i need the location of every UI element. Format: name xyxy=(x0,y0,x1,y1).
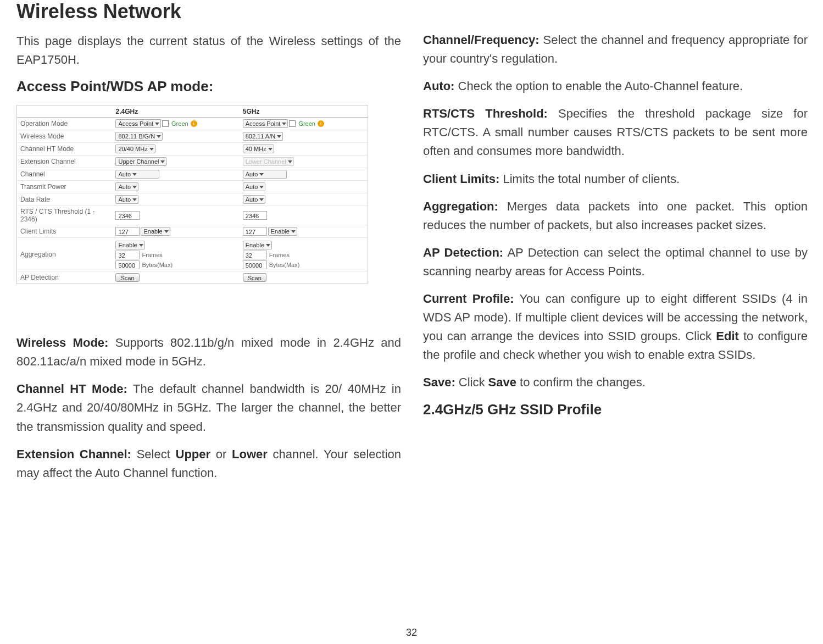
label-channel: Channel xyxy=(17,168,113,180)
select-tx-5[interactable]: Auto xyxy=(243,182,266,191)
chevron-down-icon xyxy=(132,173,137,176)
select-dr-5[interactable]: Auto xyxy=(243,195,266,204)
para-save: Save: Click Save to confirm the changes. xyxy=(423,373,808,392)
para-ap-detection: AP Detection: AP Detection can select th… xyxy=(423,243,808,281)
select-dr-24[interactable]: Auto xyxy=(115,195,138,204)
scan-button-24[interactable]: Scan xyxy=(115,273,139,282)
row-rts-threshold: RTS / CTS Threshold (1 - 2346) 2346 2346 xyxy=(17,206,368,225)
para-extension-channel: Extension Channel: Select Upper or Lower… xyxy=(16,445,401,482)
intro-text: This page displays the current status of… xyxy=(16,32,401,69)
input-rts-5[interactable]: 2346 xyxy=(243,211,267,220)
chevron-down-icon xyxy=(149,148,154,151)
label-tx-power: Transmit Power xyxy=(17,181,113,193)
select-cl-5[interactable]: Enable xyxy=(268,227,297,236)
select-op-mode-5[interactable]: Access Point xyxy=(243,119,288,128)
row-ap-detection: AP Detection Scan Scan xyxy=(17,271,368,284)
row-client-limits: Client Limits 127 Enable 127 Enable xyxy=(17,225,368,238)
select-ext-24[interactable]: Upper Channel xyxy=(115,157,166,166)
input-cl-5[interactable]: 127 xyxy=(243,227,267,236)
chevron-down-icon xyxy=(259,198,264,201)
select-agg-24[interactable]: Enable xyxy=(115,241,144,249)
chevron-down-icon xyxy=(266,244,270,247)
page-title: Wireless Network xyxy=(16,0,401,23)
para-auto: Auto: Check the option to enable the Aut… xyxy=(423,77,808,96)
para-channel-frequency: Channel/Frequency: Select the channel an… xyxy=(423,31,808,68)
label-bytes: Bytes(Max) xyxy=(269,262,300,268)
row-extension-channel: Extension Channel Upper Channel Lower Ch… xyxy=(17,156,368,168)
label-aggregation: Aggregation xyxy=(17,238,113,271)
row-operation-mode: Operation Mode Access Point Green i Acce… xyxy=(17,118,368,130)
para-rts-cts: RTS/CTS Threshold: Specifies the thresho… xyxy=(423,104,808,160)
label-green-5: Green xyxy=(298,120,315,127)
select-tx-24[interactable]: Auto xyxy=(115,182,138,191)
label-client-limits: Client Limits xyxy=(17,225,113,237)
select-wmode-24[interactable]: 802.11 B/G/N xyxy=(115,132,163,141)
chevron-down-icon xyxy=(259,173,264,176)
row-channel: Channel Auto Auto xyxy=(17,168,368,181)
chevron-down-icon xyxy=(132,198,137,201)
label-wireless-mode: Wireless Mode xyxy=(17,130,113,142)
label-ext-channel: Extension Channel xyxy=(17,156,113,168)
label-bytes: Bytes(Max) xyxy=(142,262,173,268)
label-operation-mode: Operation Mode xyxy=(17,118,113,130)
input-agg-bytes-5[interactable]: 50000 xyxy=(243,260,267,269)
label-rts: RTS / CTS Threshold (1 - 2346) xyxy=(17,206,113,225)
select-ext-5: Lower Channel xyxy=(243,157,294,166)
chevron-down-icon xyxy=(155,123,159,125)
select-wmode-5[interactable]: 802.11 A/N xyxy=(243,132,283,141)
label-green-24: Green xyxy=(171,120,188,127)
chevron-down-icon xyxy=(132,186,137,188)
chevron-down-icon xyxy=(160,160,165,163)
para-ht-mode: Channel HT Mode: The default channel ban… xyxy=(16,380,401,436)
row-data-rate: Data Rate Auto Auto xyxy=(17,193,368,206)
row-ht-mode: Channel HT Mode 20/40 MHz 40 MHz xyxy=(17,143,368,156)
input-agg-bytes-24[interactable]: 50000 xyxy=(115,260,140,269)
chevron-down-icon xyxy=(259,186,264,188)
info-icon[interactable]: i xyxy=(191,120,197,127)
row-tx-power: Transmit Power Auto Auto xyxy=(17,181,368,193)
col-header-5ghz: 5GHz xyxy=(241,106,368,117)
chevron-down-icon xyxy=(157,135,161,138)
input-agg-frames-24[interactable]: 32 xyxy=(115,251,140,259)
page-number: 32 xyxy=(406,627,417,639)
label-ht-mode: Channel HT Mode xyxy=(17,143,113,155)
para-client-limits: Client Limits: Limits the total number o… xyxy=(423,170,808,188)
section-heading-ap-mode: Access Point/WDS AP mode: xyxy=(16,78,401,95)
checkbox-green-5[interactable] xyxy=(289,120,296,127)
select-channel-5[interactable]: Auto xyxy=(243,170,287,179)
label-frames: Frames xyxy=(269,252,290,258)
select-channel-24[interactable]: Auto xyxy=(115,170,159,179)
select-ht-5[interactable]: 40 MHz xyxy=(243,145,274,153)
row-wireless-mode: Wireless Mode 802.11 B/G/N 802.11 A/N xyxy=(17,130,368,143)
para-aggregation: Aggregation: Merges data packets into on… xyxy=(423,197,808,235)
section-heading-ssid-profile: 2.4GHz/5 GHz SSID Profile xyxy=(423,401,808,418)
chevron-down-icon xyxy=(268,148,273,151)
para-wireless-mode: Wireless Mode: Supports 802.11b/g/n mixe… xyxy=(16,334,401,371)
chevron-down-icon xyxy=(291,230,296,233)
input-cl-24[interactable]: 127 xyxy=(115,227,140,236)
label-data-rate: Data Rate xyxy=(17,193,113,206)
col-header-24ghz: 2.4GHz xyxy=(113,106,240,117)
label-frames: Frames xyxy=(142,252,162,258)
chevron-down-icon xyxy=(164,230,169,233)
select-agg-5[interactable]: Enable xyxy=(243,241,272,249)
chevron-down-icon xyxy=(288,160,292,163)
para-current-profile: Current Profile: You can configure up to… xyxy=(423,290,808,364)
chevron-down-icon xyxy=(282,123,286,125)
checkbox-green-24[interactable] xyxy=(162,120,169,127)
input-agg-frames-5[interactable]: 32 xyxy=(243,251,267,259)
select-ht-24[interactable]: 20/40 MHz xyxy=(115,145,155,153)
label-ap-detection: AP Detection xyxy=(17,271,113,284)
chevron-down-icon xyxy=(139,244,143,247)
chevron-down-icon xyxy=(277,135,281,138)
wireless-settings-table: 2.4GHz 5GHz Operation Mode Access Point … xyxy=(16,105,368,284)
row-aggregation: Aggregation Enable 32 Frames 50000 Bytes… xyxy=(17,238,368,271)
input-rts-24[interactable]: 2346 xyxy=(115,211,140,220)
scan-button-5[interactable]: Scan xyxy=(243,273,266,282)
select-cl-24[interactable]: Enable xyxy=(141,227,170,236)
info-icon[interactable]: i xyxy=(318,120,324,127)
select-op-mode-24[interactable]: Access Point xyxy=(115,119,161,128)
